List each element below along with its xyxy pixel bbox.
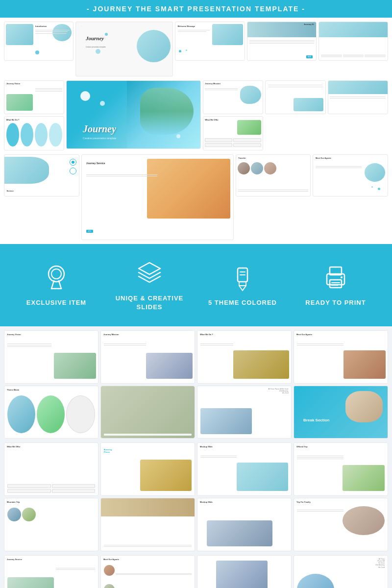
slide-thumb-journey-mission: Journey Mission: [203, 80, 263, 114]
slide-thumb-journey-service-large: Journey Service 40%: [81, 154, 234, 240]
preview-break-section: Break Section: [294, 386, 388, 439]
preview-journey-service-3: Journey Service: [4, 555, 98, 588]
svg-point-1: [51, 269, 61, 279]
slide-thumb-journey-featured: Journey Creative presentation template: [66, 80, 200, 149]
preview-what-we-do-2: What We Do ?: [197, 330, 292, 384]
preview-trip-family: Trip For Family: [294, 498, 388, 551]
preview-what-we-offer-2: What We Offer: [4, 442, 98, 496]
slide-thumb-meet-agents: Meet Our Agents: [313, 154, 388, 196]
preview-empty-1: [197, 555, 292, 588]
preview-mockup-slide-2: Mockup Slide: [197, 498, 292, 551]
slide-thumb-r2-e2: [328, 80, 388, 114]
preview-journey-vision: Journey Vision: [4, 330, 98, 384]
slide-thumb-journey-vision: Journey Vision: [4, 80, 64, 114]
svg-marker-8: [239, 286, 246, 291]
feature-exclusive: EXCLUSIVE ITEM: [10, 263, 103, 307]
slide-thumb-journey-title: · Journey Creative presentation template: [75, 22, 173, 76]
svg-point-0: [49, 266, 64, 282]
svg-marker-5: [139, 263, 160, 274]
preview-offered-trip: Offered Trip: [294, 442, 388, 496]
preview-amazing-2: All ThesePlaces WillBe Good,It Be Amazin…: [294, 555, 388, 588]
feature-print: READY TO PRINT: [289, 263, 382, 307]
printer-icon: [321, 263, 350, 293]
slide-thumb-journey-hi: Journey Hi NEW: [247, 22, 317, 61]
slide-thumb-service1: Service: [4, 154, 79, 196]
preview-journey-mission: Journey Mission: [100, 330, 195, 384]
header-banner: - JOURNEY THE SMART PRESENTATION TEMPLAT…: [0, 0, 392, 18]
features-section: EXCLUSIVE ITEM UNIQE & CREATIVE SLIDES 5…: [0, 244, 392, 326]
feature-unique: UNIQE & CREATIVE SLIDES: [103, 259, 196, 312]
preview-mountain-trip: Mountain Trip: [4, 498, 98, 551]
preview-amazing-places: Amazing Places: [100, 442, 195, 496]
preview-mockup-slide-1: Mockup Slide: [197, 442, 292, 496]
print-label: READY TO PRINT: [289, 298, 382, 307]
slide-thumb-introduction: Introduction: [4, 22, 74, 61]
slide-thumb-traveler: Traveler: [236, 154, 311, 196]
slide-thumb-extra1: [318, 22, 388, 61]
slide-group-left: Journey Vision What We Do ?: [4, 80, 64, 150]
pencil-icon: [228, 263, 257, 293]
header-title: - JOURNEY THE SMART PRESENTATION TEMPLAT…: [87, 5, 305, 13]
layers-icon: [135, 259, 164, 288]
preview-meet-agents-3: Meet Our Agents: [100, 555, 195, 588]
preview-airplane: All These Places Will Be Good,It Be Amaz…: [197, 386, 292, 439]
theme-label: 5 THEME COLORED: [196, 298, 289, 307]
preview-theme-master: Theme Maste: [4, 386, 98, 439]
svg-rect-13: [330, 280, 342, 288]
exclusive-label: EXCLUSIVE ITEM: [10, 298, 103, 307]
feature-theme: 5 THEME COLORED: [196, 263, 289, 307]
slide-thumb-r2-e1: [265, 80, 325, 114]
slide-group-extra: [265, 80, 388, 114]
preview-journey-service-2: Journey Service: [100, 498, 195, 551]
unique-label: UNIQE & CREATIVE SLIDES: [103, 294, 196, 312]
svg-line-2: [51, 281, 54, 289]
preview-agent-photo: [100, 386, 195, 439]
preview-meet-agents-2: Meet Our Agents: [294, 330, 388, 384]
svg-line-3: [59, 281, 61, 289]
slide-thumb-what-we-do: What We Do ?: [4, 116, 64, 150]
slide-thumb-what-we-offer: What We Offer: [203, 116, 263, 150]
slide-group-right: Journey Mission What We Offer: [203, 80, 263, 150]
svg-point-16: [341, 276, 343, 278]
award-icon: [42, 263, 71, 293]
slide-thumb-welcome: Welcome Message: [175, 22, 245, 61]
